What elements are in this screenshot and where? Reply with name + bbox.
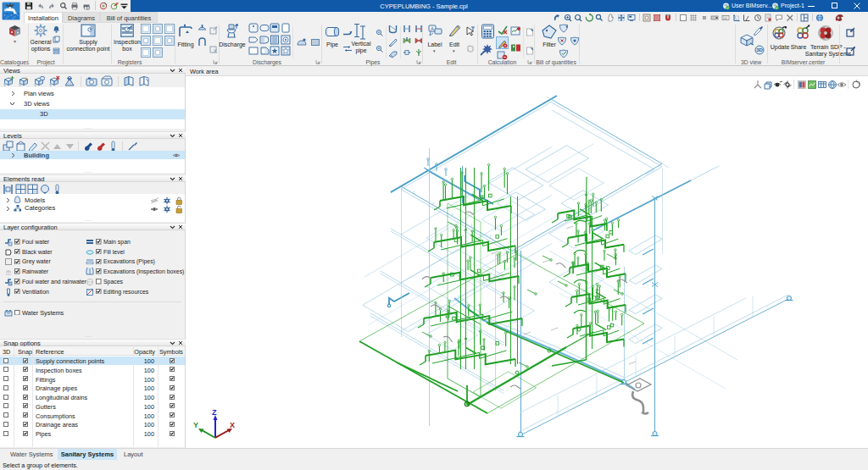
svg-text:Z: Z (212, 408, 217, 417)
svg-text:X: X (230, 421, 235, 429)
svg-text:Y: Y (193, 421, 198, 429)
svg-text:3D: 3D (756, 47, 763, 53)
svg-text:A: A (431, 26, 434, 31)
